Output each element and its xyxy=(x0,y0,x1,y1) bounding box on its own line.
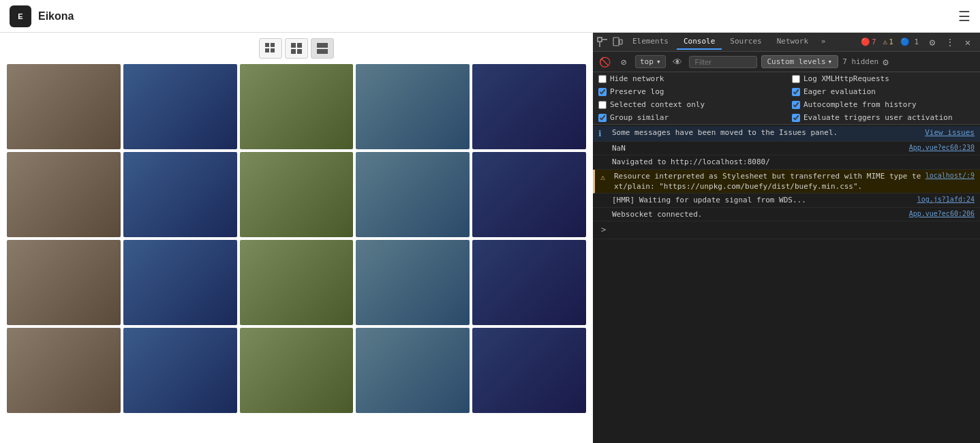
photo-item[interactable] xyxy=(240,64,354,149)
tab-sources[interactable]: Sources xyxy=(723,34,768,50)
error-icon: 🔴 xyxy=(861,37,870,46)
console-checkboxes: Hide network Log XMLHttpRequests Preserv… xyxy=(593,72,980,125)
console-prompt-line: > xyxy=(593,222,980,239)
eager-evaluation-label[interactable]: Eager evaluation xyxy=(803,87,876,96)
photo-item[interactable] xyxy=(356,64,470,149)
evaluate-triggers-label[interactable]: Evaluate triggers user activation xyxy=(803,113,953,122)
selected-context-only-label[interactable]: Selected context only xyxy=(610,100,705,109)
device-icon[interactable] xyxy=(611,35,624,49)
log-xmlhttprequests-checkbox[interactable] xyxy=(792,75,800,83)
grid-small-button[interactable] xyxy=(259,38,282,59)
console-line-hmr: [HMR] Waiting for update signal from WDS… xyxy=(593,194,980,207)
photo-item[interactable] xyxy=(356,152,470,237)
photo-item[interactable] xyxy=(472,64,586,149)
svg-rect-8 xyxy=(317,43,328,48)
autocomplete-from-history-checkbox[interactable] xyxy=(792,101,800,109)
group-similar-label[interactable]: Group similar xyxy=(610,113,669,122)
preserve-log-label[interactable]: Preserve log xyxy=(610,87,664,96)
console-line-nav: Navigated to http://localhost:8080/ xyxy=(593,155,980,169)
photo-item[interactable] xyxy=(123,328,237,413)
hide-network-label[interactable]: Hide network xyxy=(610,74,664,83)
hmr-line-source[interactable]: log.js?1afd:24 xyxy=(917,195,975,204)
evaluate-triggers-checkbox[interactable] xyxy=(792,114,800,122)
custom-levels-label: Custom levels xyxy=(767,57,826,66)
selected-context-only-checkbox[interactable] xyxy=(598,101,607,109)
nan-line-source[interactable]: App.vue?ec60:230 xyxy=(909,143,975,153)
warn-line-source[interactable]: localhost/:9 xyxy=(925,171,975,181)
warn-badge[interactable]: ⚠ 1 xyxy=(881,37,896,46)
devtools-toolbar: 🚫 ⊘ top ▾ 👁 Custom levels ▾ 7 hidden ⚙ xyxy=(593,52,980,72)
devtools-action-icons: ⚙ ⋮ ✕ xyxy=(923,35,977,49)
grid-medium-button[interactable] xyxy=(285,38,308,59)
console-line-warn: ⚠ Resource interpreted as Stylesheet but… xyxy=(593,170,980,194)
warn-icon: ⚠ xyxy=(883,37,888,46)
grid-controls xyxy=(7,38,586,59)
preserve-log-checkbox[interactable] xyxy=(598,88,607,96)
svg-rect-13 xyxy=(613,37,619,46)
warn-count: 1 xyxy=(889,37,893,46)
photo-item[interactable] xyxy=(123,152,237,237)
checkbox-log-xmlhttp: Log XMLHttpRequests xyxy=(786,72,980,85)
view-issues-link[interactable]: View issues xyxy=(925,127,975,138)
photo-item[interactable] xyxy=(123,64,237,149)
photo-item[interactable] xyxy=(240,240,354,325)
custom-levels-arrow-icon: ▾ xyxy=(828,57,833,66)
photo-item[interactable] xyxy=(7,64,121,149)
photo-item[interactable] xyxy=(356,240,470,325)
filter-icon[interactable]: ⊘ xyxy=(616,55,631,70)
info-badge[interactable]: 🔵 1 xyxy=(898,37,921,46)
eye-icon[interactable]: 👁 xyxy=(670,55,685,70)
svg-rect-3 xyxy=(271,48,275,52)
group-similar-checkbox[interactable] xyxy=(598,114,607,122)
devtools-tab-bar: Elements Console Sources Network » 🔴 7 ⚠… xyxy=(593,33,980,52)
photo-item[interactable] xyxy=(472,328,586,413)
tab-elements[interactable]: Elements xyxy=(626,34,675,50)
context-selector[interactable]: top ▾ xyxy=(635,55,666,68)
ws-line-source[interactable]: App.vue?ec60:206 xyxy=(909,209,975,219)
app-logo: E xyxy=(10,5,31,27)
hamburger-button[interactable]: ☰ xyxy=(958,8,970,25)
ws-line-text: Websocket connected. xyxy=(612,209,905,219)
svg-rect-14 xyxy=(619,40,622,44)
hide-network-checkbox[interactable] xyxy=(598,75,607,83)
grid-large-button[interactable] xyxy=(311,38,334,59)
photo-item[interactable] xyxy=(7,240,121,325)
settings-gear-icon[interactable]: ⚙ xyxy=(925,35,939,49)
inspect-icon[interactable] xyxy=(596,35,609,49)
kebab-menu-icon[interactable]: ⋮ xyxy=(943,35,957,49)
svg-rect-7 xyxy=(297,49,302,54)
tab-console[interactable]: Console xyxy=(677,34,722,50)
svg-rect-1 xyxy=(271,43,275,47)
info-icon: 🔵 xyxy=(900,37,910,46)
app-header: E Eikona ☰ xyxy=(0,0,980,33)
error-badge[interactable]: 🔴 7 xyxy=(858,37,879,46)
autocomplete-from-history-label[interactable]: Autocomplete from history xyxy=(803,100,917,109)
log-xmlhttprequests-label[interactable]: Log XMLHttpRequests xyxy=(803,74,889,83)
console-line-text: Some messages have been moved to the Iss… xyxy=(612,127,915,138)
console-line-nan: NaN App.vue?ec60:230 xyxy=(593,142,980,155)
console-settings-icon[interactable]: ⚙ xyxy=(883,57,888,67)
photo-item[interactable] xyxy=(472,240,586,325)
photo-item[interactable] xyxy=(123,240,237,325)
app-title: Eikona xyxy=(38,10,74,22)
photo-item[interactable] xyxy=(472,152,586,237)
photo-item[interactable] xyxy=(240,152,354,237)
checkbox-preserve-log: Preserve log xyxy=(593,85,786,98)
more-tabs-icon[interactable]: » xyxy=(816,37,830,48)
filter-input[interactable] xyxy=(689,56,757,68)
console-prompt-chevron[interactable]: > xyxy=(598,223,609,237)
clear-console-button[interactable]: 🚫 xyxy=(597,55,612,70)
nav-line-text: Navigated to http://localhost:8080/ xyxy=(612,157,975,167)
console-line-ws: Websocket connected. App.vue?ec60:206 xyxy=(593,208,980,222)
custom-levels-button[interactable]: Custom levels ▾ xyxy=(761,55,839,68)
photo-item[interactable] xyxy=(7,152,121,237)
tab-network[interactable]: Network xyxy=(770,34,815,50)
photo-item[interactable] xyxy=(356,328,470,413)
photo-item[interactable] xyxy=(7,328,121,413)
photo-item[interactable] xyxy=(240,328,354,413)
checkbox-eager-eval: Eager evaluation xyxy=(786,85,980,98)
close-icon[interactable]: ✕ xyxy=(961,35,975,49)
gallery-area xyxy=(0,33,593,443)
eager-evaluation-checkbox[interactable] xyxy=(792,88,800,96)
hidden-count: 7 hidden xyxy=(842,57,878,66)
